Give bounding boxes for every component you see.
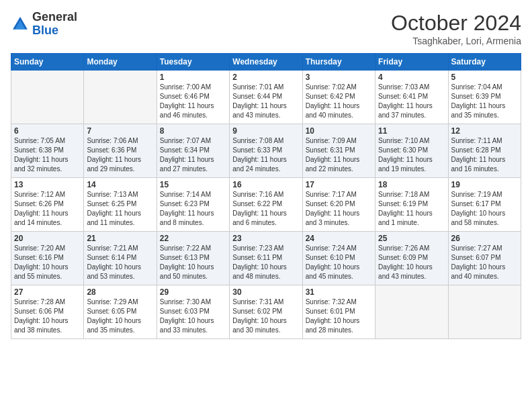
table-row [448,285,521,339]
day-info: Sunrise: 7:17 AMSunset: 6:20 PMDaylight:… [306,190,372,228]
day-number: 10 [306,126,372,136]
day-number: 8 [160,126,226,136]
col-sunday: Sunday [11,54,84,71]
table-row [11,71,84,124]
table-row: 21 Sunrise: 7:21 AMSunset: 6:14 PMDaylig… [84,232,157,285]
day-number: 13 [14,180,81,189]
logo-icon [11,15,30,34]
day-number: 20 [14,234,81,243]
day-info: Sunrise: 7:00 AMSunset: 6:46 PMDaylight:… [160,83,226,120]
table-row: 12 Sunrise: 7:11 AMSunset: 6:28 PMDaylig… [448,124,521,178]
table-row: 16 Sunrise: 7:16 AMSunset: 6:22 PMDaylig… [230,178,302,232]
day-number: 9 [232,126,299,136]
day-info: Sunrise: 7:24 AMSunset: 6:10 PMDaylight:… [306,244,372,281]
table-row: 5 Sunrise: 7:04 AMSunset: 6:39 PMDayligh… [448,71,521,124]
day-number: 11 [378,126,445,136]
table-row: 25 Sunrise: 7:26 AMSunset: 6:09 PMDaylig… [375,232,448,285]
day-info: Sunrise: 7:18 AMSunset: 6:19 PMDaylight:… [378,190,445,228]
table-row: 30 Sunrise: 7:31 AMSunset: 6:02 PMDaylig… [230,285,302,339]
day-number: 16 [232,180,299,189]
day-number: 1 [160,73,226,82]
table-row: 4 Sunrise: 7:03 AMSunset: 6:41 PMDayligh… [375,71,448,124]
calendar-week-row: 27 Sunrise: 7:28 AMSunset: 6:06 PMDaylig… [11,285,521,339]
col-tuesday: Tuesday [157,54,229,71]
logo-general: General [32,11,77,24]
table-row: 8 Sunrise: 7:07 AMSunset: 6:34 PMDayligh… [157,124,229,178]
day-info: Sunrise: 7:07 AMSunset: 6:34 PMDaylight:… [160,136,226,174]
table-row: 2 Sunrise: 7:01 AMSunset: 6:44 PMDayligh… [230,71,302,124]
table-row: 20 Sunrise: 7:20 AMSunset: 6:16 PMDaylig… [11,232,84,285]
day-number: 2 [232,73,299,82]
day-info: Sunrise: 7:26 AMSunset: 6:09 PMDaylight:… [378,244,445,281]
day-number: 30 [232,287,299,297]
day-info: Sunrise: 7:13 AMSunset: 6:25 PMDaylight:… [87,190,153,228]
table-row: 15 Sunrise: 7:14 AMSunset: 6:23 PMDaylig… [157,178,229,232]
table-row: 10 Sunrise: 7:09 AMSunset: 6:31 PMDaylig… [302,124,375,178]
col-friday: Friday [375,54,448,71]
table-row: 6 Sunrise: 7:05 AMSunset: 6:38 PMDayligh… [11,124,84,178]
day-number: 12 [451,126,518,136]
day-info: Sunrise: 7:09 AMSunset: 6:31 PMDaylight:… [306,136,372,174]
location: Tsaghkaber, Lori, Armenia [391,36,521,46]
table-row: 22 Sunrise: 7:22 AMSunset: 6:13 PMDaylig… [157,232,229,285]
calendar-header-row: Sunday Monday Tuesday Wednesday Thursday… [11,54,521,71]
day-number: 27 [14,287,81,297]
day-info: Sunrise: 7:28 AMSunset: 6:06 PMDaylight:… [14,298,81,335]
day-info: Sunrise: 7:05 AMSunset: 6:38 PMDaylight:… [14,136,81,174]
day-info: Sunrise: 7:16 AMSunset: 6:22 PMDaylight:… [232,190,299,228]
logo: General Blue [11,11,77,38]
calendar-week-row: 13 Sunrise: 7:12 AMSunset: 6:26 PMDaylig… [11,178,521,232]
title-block: October 2024 Tsaghkaber, Lori, Armenia [391,11,521,46]
col-wednesday: Wednesday [230,54,302,71]
table-row: 14 Sunrise: 7:13 AMSunset: 6:25 PMDaylig… [84,178,157,232]
page-header: General Blue October 2024 Tsaghkaber, Lo… [11,11,521,46]
day-info: Sunrise: 7:04 AMSunset: 6:39 PMDaylight:… [451,83,518,120]
table-row: 11 Sunrise: 7:10 AMSunset: 6:30 PMDaylig… [375,124,448,178]
day-number: 14 [87,180,153,189]
col-thursday: Thursday [302,54,375,71]
table-row: 26 Sunrise: 7:27 AMSunset: 6:07 PMDaylig… [448,232,521,285]
table-row [375,285,448,339]
day-info: Sunrise: 7:30 AMSunset: 6:03 PMDaylight:… [160,298,226,335]
day-info: Sunrise: 7:23 AMSunset: 6:11 PMDaylight:… [232,244,299,281]
day-info: Sunrise: 7:31 AMSunset: 6:02 PMDaylight:… [232,298,299,335]
table-row: 23 Sunrise: 7:23 AMSunset: 6:11 PMDaylig… [230,232,302,285]
col-saturday: Saturday [448,54,521,71]
table-row: 9 Sunrise: 7:08 AMSunset: 6:33 PMDayligh… [230,124,302,178]
day-number: 21 [87,234,153,243]
day-info: Sunrise: 7:08 AMSunset: 6:33 PMDaylight:… [232,136,299,174]
table-row [84,71,157,124]
day-number: 3 [306,73,372,82]
day-info: Sunrise: 7:03 AMSunset: 6:41 PMDaylight:… [378,83,445,120]
day-number: 5 [451,73,518,82]
day-number: 4 [378,73,445,82]
table-row: 31 Sunrise: 7:32 AMSunset: 6:01 PMDaylig… [302,285,375,339]
day-number: 15 [160,180,226,189]
calendar-week-row: 6 Sunrise: 7:05 AMSunset: 6:38 PMDayligh… [11,124,521,178]
day-info: Sunrise: 7:21 AMSunset: 6:14 PMDaylight:… [87,244,153,281]
table-row: 13 Sunrise: 7:12 AMSunset: 6:26 PMDaylig… [11,178,84,232]
day-number: 23 [232,234,299,243]
day-number: 22 [160,234,226,243]
table-row: 3 Sunrise: 7:02 AMSunset: 6:42 PMDayligh… [302,71,375,124]
day-number: 25 [378,234,445,243]
day-info: Sunrise: 7:11 AMSunset: 6:28 PMDaylight:… [451,136,518,174]
table-row: 17 Sunrise: 7:17 AMSunset: 6:20 PMDaylig… [302,178,375,232]
day-info: Sunrise: 7:02 AMSunset: 6:42 PMDaylight:… [306,83,372,120]
day-number: 31 [306,287,372,297]
day-info: Sunrise: 7:14 AMSunset: 6:23 PMDaylight:… [160,190,226,228]
day-info: Sunrise: 7:01 AMSunset: 6:44 PMDaylight:… [232,83,299,120]
day-info: Sunrise: 7:29 AMSunset: 6:05 PMDaylight:… [87,298,153,335]
day-info: Sunrise: 7:22 AMSunset: 6:13 PMDaylight:… [160,244,226,281]
day-number: 24 [306,234,372,243]
day-info: Sunrise: 7:27 AMSunset: 6:07 PMDaylight:… [451,244,518,281]
table-row: 27 Sunrise: 7:28 AMSunset: 6:06 PMDaylig… [11,285,84,339]
calendar-table: Sunday Monday Tuesday Wednesday Thursday… [11,53,521,339]
logo-blue: Blue [32,24,77,38]
day-info: Sunrise: 7:32 AMSunset: 6:01 PMDaylight:… [306,298,372,335]
day-info: Sunrise: 7:20 AMSunset: 6:16 PMDaylight:… [14,244,81,281]
day-number: 29 [160,287,226,297]
day-number: 7 [87,126,153,136]
month-title: October 2024 [391,11,521,36]
table-row: 28 Sunrise: 7:29 AMSunset: 6:05 PMDaylig… [84,285,157,339]
